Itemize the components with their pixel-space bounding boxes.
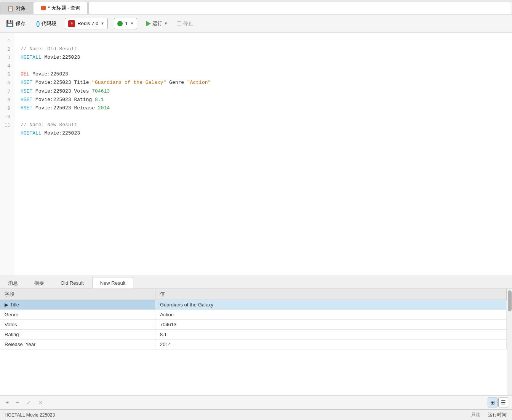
tab-search-area <box>88 2 512 14</box>
db-selector[interactable]: S Redis 7.0 ▼ <box>65 18 108 29</box>
col-header-field: 字段 <box>0 289 155 300</box>
db-label: Redis 7.0 <box>77 21 98 26</box>
result-container: 字段 值 ▶TitleGuardians of the GalaxyGenreA… <box>0 289 512 395</box>
cancel-button: ✕ <box>37 398 45 407</box>
readonly-label: 只读 <box>471 412 480 418</box>
scrollbar[interactable] <box>507 289 512 395</box>
run-chevron-icon: ▼ <box>164 21 168 26</box>
db-num-selector[interactable]: 1 ▼ <box>114 18 137 29</box>
save-label: 保存 <box>16 20 26 27</box>
table-row[interactable]: Votes704613 <box>0 320 507 330</box>
line-numbers: 1 2 3 4 5 6 7 8 9 10 11 <box>0 33 15 275</box>
cell-value: Guardians of the Galaxy <box>155 300 506 310</box>
tab-messages[interactable]: 消息 <box>0 277 26 289</box>
remove-row-button[interactable]: − <box>14 398 21 407</box>
cell-value: 704613 <box>155 320 506 330</box>
table-row[interactable]: GenreAction <box>0 310 507 320</box>
status-right: 只读 运行时间: <box>471 412 507 418</box>
table-icon: 📋 <box>7 5 14 11</box>
tab-messages-label: 消息 <box>8 280 18 287</box>
list-view-button[interactable]: ☰ <box>498 398 508 407</box>
add-row-button[interactable]: + <box>4 398 10 407</box>
save-button[interactable]: 💾 保存 <box>4 19 28 28</box>
db-num-icon <box>117 21 123 26</box>
query-icon <box>41 6 46 10</box>
result-table-wrapper[interactable]: 字段 值 ▶TitleGuardians of the GalaxyGenreA… <box>0 289 507 395</box>
cell-field: ▶Title <box>0 300 155 310</box>
result-tabs: 消息 摘要 Old Result New Result <box>0 275 512 289</box>
row-indicator: ▶ <box>5 302 8 308</box>
redis-icon: S <box>68 20 75 27</box>
tab-new-result[interactable]: New Result <box>92 277 133 289</box>
run-button[interactable]: 运行 ▼ <box>143 19 171 28</box>
grid-view-button[interactable]: ⊞ <box>488 398 498 407</box>
code-icon: () <box>36 21 40 27</box>
run-label: 运行 <box>152 20 162 27</box>
table-row[interactable]: Rating8.1 <box>0 330 507 340</box>
stop-icon <box>177 21 181 26</box>
cell-field: Rating <box>0 330 155 340</box>
action-bar: + − ✓ ✕ ⊞ ☰ <box>0 396 512 409</box>
result-panel: 字段 值 ▶TitleGuardians of the GalaxyGenreA… <box>0 289 512 396</box>
cell-value: 8.1 <box>155 330 506 340</box>
result-table: 字段 值 ▶TitleGuardians of the GalaxyGenreA… <box>0 289 507 349</box>
cell-field: Votes <box>0 320 155 330</box>
cell-value: Action <box>155 310 506 320</box>
code-content[interactable]: // Name: Old Result HGETALL Movie:225023… <box>15 33 512 275</box>
cell-value: 2014 <box>155 340 506 349</box>
cell-field: Release_Year <box>0 340 155 349</box>
cell-field: Genre <box>0 310 155 320</box>
tab-objects[interactable]: 📋 对象 <box>0 2 33 14</box>
tab-bar: 📋 对象 * 无标题 - 查询 <box>0 0 512 14</box>
tab-old-result[interactable]: Old Result <box>53 277 92 289</box>
tab-summary-label: 摘要 <box>34 280 44 287</box>
scrollbar-thumb[interactable] <box>508 290 512 311</box>
chevron-down-icon: ▼ <box>101 21 104 26</box>
tab-summary[interactable]: 摘要 <box>26 277 52 289</box>
code-editor[interactable]: 1 2 3 4 5 6 7 8 9 10 11 // Name: Old Res… <box>0 33 512 275</box>
status-bar: HGETALL Movie:225023 只读 运行时间: <box>0 409 512 420</box>
play-icon <box>146 21 151 26</box>
chevron-down-icon-2: ▼ <box>130 21 134 26</box>
toolbar: 💾 保存 () 代码段 S Redis 7.0 ▼ 1 ▼ 运行 ▼ 停止 <box>0 14 512 33</box>
runtime-label: 运行时间: <box>488 412 507 418</box>
tab-objects-label: 对象 <box>16 5 26 12</box>
stop-label: 停止 <box>183 20 193 27</box>
col-header-value: 值 <box>155 289 506 300</box>
table-row[interactable]: Release_Year2014 <box>0 340 507 349</box>
tab-old-result-label: Old Result <box>61 280 84 286</box>
tab-query[interactable]: * 无标题 - 查询 <box>34 2 88 14</box>
code-snippet-label: 代码段 <box>42 20 56 27</box>
stop-button: 停止 <box>177 20 193 27</box>
tab-new-result-label: New Result <box>100 280 125 286</box>
db-num-label: 1 <box>125 21 128 26</box>
code-snippet-button[interactable]: () 代码段 <box>34 19 59 28</box>
status-command: HGETALL Movie:225023 <box>5 412 55 418</box>
tab-query-label: * 无标题 - 查询 <box>48 5 80 11</box>
view-toggle: ⊞ ☰ <box>488 398 508 407</box>
save-icon: 💾 <box>6 20 14 27</box>
confirm-button: ✓ <box>25 398 33 407</box>
table-row[interactable]: ▶TitleGuardians of the Galaxy <box>0 300 507 310</box>
